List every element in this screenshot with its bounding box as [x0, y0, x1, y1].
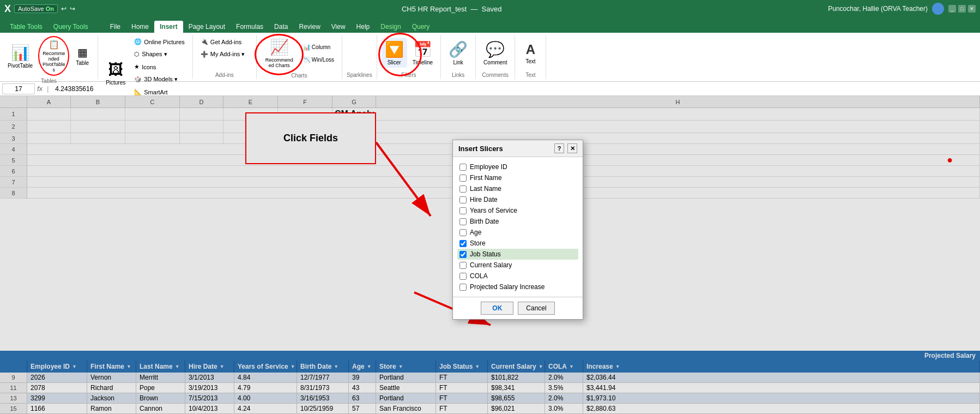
- my-addins-btn[interactable]: ➕ My Add-ins ▾: [197, 49, 252, 60]
- checkbox-age[interactable]: [459, 229, 467, 236]
- dialog-cancel-btn[interactable]: Cancel: [518, 302, 554, 315]
- icons-btn[interactable]: ★ Icons: [131, 61, 188, 73]
- tab-query-tools[interactable]: Query Tools: [48, 21, 94, 33]
- slicer-label: Slicer: [388, 59, 401, 65]
- dialog-title-buttons: ? ✕: [554, 143, 577, 153]
- link-label: Link: [453, 59, 463, 65]
- get-addins-label: Get Add-ins: [210, 39, 241, 45]
- field-label-5: Birth Date: [470, 218, 499, 225]
- recommended-charts-btn[interactable]: 📈 Recommended Charts: [261, 36, 298, 70]
- win-loss-icon: 📉: [303, 56, 311, 63]
- tab-formulas[interactable]: Formulas: [231, 21, 269, 33]
- link-btn[interactable]: 🔗 Link: [445, 38, 471, 68]
- insert-slicers-dialog: Insert Slicers ? ✕ Employee IDFirst Name…: [452, 140, 583, 320]
- column-chart-label: Column: [312, 44, 330, 50]
- ribbon-group-comments: 💬 Comment Comments: [476, 35, 515, 79]
- online-pictures-icon: 🌐: [134, 38, 142, 45]
- autosave-label: AutoSave: [18, 5, 44, 12]
- recommended-pivottables-btn[interactable]: 📋 Recommended PivotTables: [38, 36, 69, 76]
- column-chart-icon: 📊: [303, 44, 311, 51]
- restore-btn[interactable]: □: [958, 5, 966, 13]
- win-loss-btn[interactable]: 📉 Win/Loss: [300, 54, 337, 65]
- redo-icon[interactable]: ↪: [70, 5, 75, 13]
- dialog-field-item-7[interactable]: Store: [457, 238, 578, 249]
- smartart-label: SmartArt: [144, 89, 167, 95]
- checkbox-store[interactable]: [459, 240, 467, 247]
- online-pictures-btn[interactable]: 🌐 Online Pictures: [131, 36, 188, 47]
- text-btn[interactable]: A Text: [519, 40, 541, 67]
- minimize-btn[interactable]: _: [948, 5, 956, 13]
- links-group-label: Links: [452, 70, 464, 78]
- checkbox-employee-id[interactable]: [459, 164, 467, 171]
- tab-design[interactable]: Design: [375, 21, 406, 33]
- pictures-btn[interactable]: 🖼 Pictures: [102, 58, 129, 88]
- timeline-icon: 📅: [413, 40, 432, 58]
- saved-label: Saved: [482, 5, 502, 13]
- tab-review[interactable]: Review: [293, 21, 325, 33]
- checkbox-current-salary[interactable]: [459, 262, 467, 269]
- dialog-field-item-6[interactable]: Age: [457, 227, 578, 238]
- title-bar: X AutoSave On ↩ ↪ CH5 HR Report_test — S…: [0, 0, 980, 17]
- timeline-label: Timeline: [413, 59, 433, 65]
- field-label-11: Projected Salary Increase: [470, 283, 545, 291]
- checkbox-hire-date[interactable]: [459, 196, 467, 203]
- slicer-btn[interactable]: 🔽 Slicer: [382, 38, 407, 68]
- dialog-help-btn[interactable]: ?: [554, 143, 564, 153]
- checkbox-cola[interactable]: [459, 273, 467, 280]
- formula-input[interactable]: [53, 84, 978, 94]
- tab-query[interactable]: Query: [407, 21, 435, 33]
- dialog-field-item-10[interactable]: COLA: [457, 271, 578, 281]
- column-chart-btn[interactable]: 📊 Column: [300, 41, 337, 53]
- my-addins-label: My Add-ins ▾: [210, 51, 245, 58]
- dialog-field-item-4[interactable]: Years of Service: [457, 205, 578, 216]
- undo-icon[interactable]: ↩: [61, 5, 66, 13]
- dialog-field-item-1[interactable]: First Name: [457, 172, 578, 183]
- checkbox-projected-salary-increase[interactable]: [459, 284, 467, 291]
- dialog-field-item-11[interactable]: Projected Salary Increase: [457, 281, 578, 292]
- comment-btn[interactable]: 💬 Comment: [480, 38, 510, 68]
- checkbox-first-name[interactable]: [459, 175, 467, 182]
- dialog-close-btn[interactable]: ✕: [567, 143, 577, 153]
- dialog-ok-btn[interactable]: OK: [481, 302, 513, 315]
- field-label-2: Last Name: [470, 185, 501, 193]
- dialog-field-item-5[interactable]: Birth Date: [457, 216, 578, 227]
- pivot-table-btn[interactable]: 📊 PivotTable: [4, 41, 36, 71]
- tables-group-label: Tables: [41, 76, 57, 84]
- table-btn[interactable]: ▦ Table: [71, 44, 93, 68]
- field-label-1: First Name: [470, 174, 502, 182]
- close-btn[interactable]: ✕: [968, 5, 976, 13]
- tab-view[interactable]: View: [326, 21, 351, 33]
- tab-table-tools[interactable]: Table Tools: [4, 21, 48, 33]
- checkbox-birth-date[interactable]: [459, 218, 467, 225]
- ribbon-group-filters: 🔽 Slicer 📅 Timeline Filters: [377, 35, 441, 79]
- tab-file[interactable]: File: [105, 21, 126, 33]
- my-addins-icon: ➕: [201, 51, 208, 58]
- dialog-field-item-8[interactable]: Job Status: [457, 249, 578, 260]
- shapes-btn[interactable]: ⬡ Shapes ▾: [131, 49, 188, 60]
- user-name: Puncochar, Hallie (ORVA Teacher): [828, 5, 928, 13]
- tab-home[interactable]: Home: [126, 21, 154, 33]
- formula-fx-label: fx: [37, 85, 43, 93]
- checkbox-job-status[interactable]: [459, 251, 467, 258]
- get-addins-btn[interactable]: 🔌 Get Add-ins: [197, 36, 252, 47]
- checkbox-years-of-service[interactable]: [459, 207, 467, 214]
- ribbon-group-links: 🔗 Link Links: [441, 35, 476, 79]
- smartart-icon: 📐: [134, 88, 142, 95]
- icons-icon: ★: [134, 63, 140, 70]
- timeline-btn[interactable]: 📅 Timeline: [409, 38, 436, 68]
- tab-insert[interactable]: Insert: [154, 21, 183, 33]
- tab-page-layout[interactable]: Page Layout: [183, 21, 231, 33]
- recommended-pivottables-label: Recommended PivotTables: [41, 51, 66, 73]
- dialog-field-item-2[interactable]: Last Name: [457, 183, 578, 194]
- tab-help[interactable]: Help: [351, 21, 376, 33]
- 3d-models-label: 3D Models ▾: [144, 76, 178, 83]
- dialog-field-item-3[interactable]: Hire Date: [457, 194, 578, 205]
- dialog-field-item-0[interactable]: Employee ID: [457, 161, 578, 172]
- dialog-body: Employee IDFirst NameLast NameHire DateY…: [453, 157, 583, 297]
- filters-items: 🔽 Slicer 📅 Timeline: [382, 36, 436, 70]
- tab-data[interactable]: Data: [269, 21, 293, 33]
- dialog-field-item-9[interactable]: Current Salary: [457, 260, 578, 271]
- cell-ref-input[interactable]: [2, 83, 35, 94]
- 3d-models-btn[interactable]: 🎲 3D Models ▾: [131, 74, 188, 85]
- checkbox-last-name[interactable]: [459, 185, 467, 193]
